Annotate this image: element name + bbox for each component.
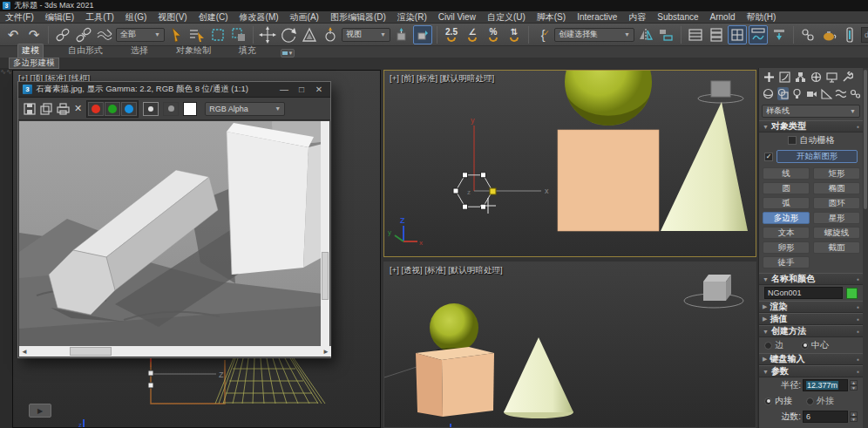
minimize-button[interactable]: — [277, 85, 291, 94]
spacewarps-category-icon[interactable] [835, 87, 847, 100]
utilities-tab-icon[interactable] [841, 71, 854, 84]
button-circle[interactable]: 圆 [763, 182, 810, 194]
menu-content[interactable]: 内容 [628, 11, 646, 24]
bind-spacewarp-icon[interactable] [95, 25, 114, 44]
blue-channel-button[interactable] [121, 102, 137, 116]
ribbon-tab-freeform[interactable]: 自由形式 [64, 44, 106, 58]
ribbon-media-icon[interactable]: ▼ [281, 49, 295, 58]
scene-explorer-button[interactable] [686, 25, 705, 44]
object-color-swatch[interactable] [846, 288, 858, 299]
alpha-channel-button[interactable] [163, 102, 179, 116]
center-radio[interactable] [801, 342, 809, 350]
menu-civil-view[interactable]: Civil View [438, 12, 476, 22]
unlink-icon[interactable] [74, 25, 93, 44]
menu-customize[interactable]: 自定义(U) [487, 11, 526, 24]
button-line[interactable]: 线 [763, 167, 810, 180]
rollout-creation-method[interactable]: ▼创建方法▪ [759, 325, 863, 337]
select-link-icon[interactable] [53, 25, 72, 44]
menu-substance[interactable]: Substance [657, 12, 698, 22]
viewport-perspective[interactable]: [+] [透视] [标准] [默认明暗处理] [383, 262, 756, 428]
edit-named-selection-button[interactable]: {✓ [533, 25, 553, 44]
mirror-button[interactable] [636, 25, 655, 44]
maximize-button[interactable]: □ [295, 85, 309, 94]
command-panel-scrollbar[interactable] [863, 68, 868, 428]
circumscribed-radio[interactable] [806, 397, 814, 405]
viewport-front-label[interactable]: [+] [前] [标准] [默认明暗处理] [390, 73, 494, 85]
modify-tab-icon[interactable] [778, 71, 791, 84]
selection-filter-dropdown[interactable]: 全部▼ [116, 28, 165, 42]
render-flyout-icon[interactable] [798, 25, 817, 44]
sides-field[interactable]: 6 [803, 411, 848, 423]
channel-display-dropdown[interactable]: RGB Alpha▼ [205, 102, 285, 116]
inscribed-radio[interactable] [764, 397, 772, 405]
copy-icon[interactable] [40, 103, 52, 115]
rollout-object-type[interactable]: ▼对象类型▪ [759, 120, 863, 132]
helpers-category-icon[interactable] [820, 87, 832, 100]
radius-field[interactable]: 12.377m [803, 379, 848, 391]
shapes-category-icon[interactable] [777, 87, 790, 100]
menu-modifiers[interactable]: 修改器(M) [240, 11, 279, 24]
start-new-shape-button[interactable]: 开始新图形 [776, 150, 858, 163]
viewport-perspective-label[interactable]: [+] [透视] [标准] [默认明暗处理] [390, 265, 503, 276]
button-helix[interactable]: 螺旋线 [813, 227, 860, 239]
named-selection-sets-dropdown[interactable]: 创建选择集▼ [554, 28, 634, 42]
image-vertical-scrollbar[interactable] [321, 121, 329, 346]
button-arc[interactable]: 弧 [763, 197, 810, 209]
scroll-left-icon[interactable]: ◄ [19, 348, 30, 356]
menu-rendering[interactable]: 渲染(R) [397, 11, 427, 24]
ribbon-tab-selection[interactable]: 选择 [127, 44, 152, 58]
geometry-category-icon[interactable] [763, 87, 775, 100]
percent-snap-button[interactable]: % [484, 25, 503, 44]
red-channel-button[interactable] [88, 102, 104, 116]
viewcube[interactable] [684, 275, 743, 308]
menu-interactive[interactable]: Interactive [577, 12, 617, 22]
button-freehand[interactable]: 徒手 [763, 256, 810, 268]
create-tab-icon[interactable] [763, 71, 776, 84]
menu-graph-editors[interactable]: 图形编辑器(D) [330, 11, 386, 24]
button-donut[interactable]: 圆环 [813, 197, 860, 209]
menu-views[interactable]: 视图(V) [158, 11, 186, 24]
mono-channel-button[interactable] [143, 102, 159, 116]
rollout-name-color[interactable]: ▼名称和颜色▪ [759, 273, 863, 285]
ribbon-toggle-button[interactable] [728, 25, 747, 44]
menu-scripting[interactable]: 脚本(S) [537, 11, 566, 24]
print-icon[interactable] [57, 103, 70, 115]
menu-help[interactable]: 帮助(H) [746, 11, 776, 24]
menu-create[interactable]: 创建(C) [199, 11, 228, 24]
align-button[interactable] [657, 25, 676, 44]
layer-explorer-button[interactable] [707, 25, 726, 44]
viewport-front[interactable]: [+] [前] [标准] [默认明暗处理] y x z [383, 70, 756, 257]
delete-icon[interactable]: ✕ [74, 103, 82, 114]
reference-coordsys-dropdown[interactable]: 视图▼ [342, 28, 390, 42]
motion-tab-icon[interactable] [810, 71, 823, 84]
ribbon-tab-object-paint[interactable]: 对象绘制 [173, 44, 214, 58]
menu-animation[interactable]: 动画(A) [290, 11, 319, 24]
button-ellipse[interactable]: 椭圆 [813, 182, 860, 194]
sides-spinner[interactable]: ▲▼ [850, 411, 858, 422]
button-egg[interactable]: 卵形 [763, 241, 810, 254]
scrollbar-thumb[interactable] [70, 347, 112, 356]
cameras-category-icon[interactable] [806, 87, 818, 100]
snap-toggle-2-5-button[interactable]: 2.5 [442, 25, 461, 44]
scroll-right-icon[interactable]: ► [321, 348, 331, 356]
rendered-frame-button[interactable] [840, 25, 859, 44]
ribbon-tab-modeling[interactable]: 建模 [17, 44, 44, 58]
undo-button[interactable]: ↶ [3, 25, 23, 44]
image-horizontal-scrollbar[interactable]: ◄ ► [19, 346, 331, 357]
hierarchy-tab-icon[interactable] [794, 71, 807, 84]
button-text[interactable]: 文本 [763, 227, 810, 239]
button-rectangle[interactable]: 矩形 [813, 167, 860, 180]
autogrid-checkbox[interactable] [788, 136, 797, 145]
radius-spinner[interactable]: ▲▼ [850, 380, 858, 391]
green-channel-button[interactable] [105, 102, 120, 116]
shape-category-dropdown[interactable]: 样条线▼ [762, 105, 860, 118]
angle-snap-button[interactable]: ∠ [463, 25, 482, 44]
menu-tools[interactable]: 工具(T) [85, 11, 114, 24]
select-object-button[interactable] [166, 25, 186, 44]
spinner-snap-button[interactable]: ⇅ [505, 25, 524, 44]
systems-category-icon[interactable] [849, 87, 861, 100]
render-setup-teapot-button[interactable] [819, 25, 838, 44]
rollout-parameters[interactable]: ▼参数▪ [759, 365, 863, 377]
menu-edit[interactable]: 编辑(E) [45, 11, 74, 24]
button-section[interactable]: 截面 [813, 241, 860, 254]
